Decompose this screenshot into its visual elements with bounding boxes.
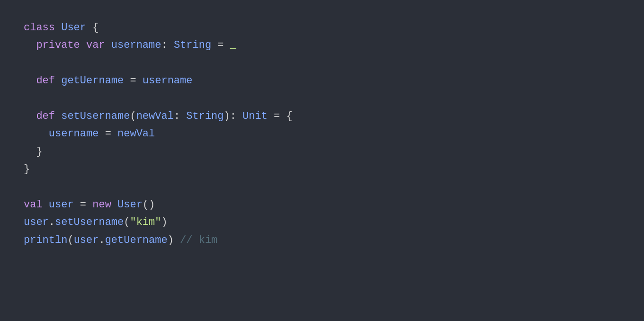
token: getUername (105, 234, 168, 246)
token: = (98, 128, 117, 140)
token: = (211, 39, 230, 51)
token: ): (224, 110, 243, 122)
token: ( (124, 216, 130, 228)
token (24, 128, 49, 140)
token: println (24, 234, 67, 246)
line8: val user = new User() (24, 196, 620, 214)
token: val (24, 199, 43, 211)
token: new (92, 199, 111, 211)
token (55, 75, 61, 87)
token: Unit (242, 110, 268, 122)
token (80, 39, 86, 51)
token (105, 39, 111, 51)
line10: println(user.getUername) // kim (24, 232, 620, 249)
token: User (117, 199, 143, 211)
token: User (61, 22, 86, 34)
line5: username = newVal (24, 125, 620, 143)
token: user (49, 199, 74, 211)
token (24, 75, 36, 87)
token: = { (268, 110, 293, 122)
line3: def getUername = username (24, 72, 620, 89)
line7: } (24, 160, 620, 178)
token: = (74, 199, 93, 211)
token: ( (67, 234, 73, 246)
token: setUsername (55, 216, 124, 228)
empty-line (24, 178, 620, 196)
token: } (24, 163, 30, 175)
token: user (24, 216, 49, 228)
token: ) (168, 234, 180, 246)
line9: user.setUsername("kim") (24, 214, 620, 231)
token: () (143, 199, 155, 211)
token: def (36, 75, 55, 87)
token (111, 199, 117, 211)
token (24, 39, 36, 51)
token: ) (161, 216, 167, 228)
code-content: class User { private var username: Strin… (24, 19, 620, 249)
token (55, 22, 61, 34)
token: . (49, 216, 55, 228)
token: username (143, 75, 193, 87)
token: } (24, 146, 43, 158)
token: String (174, 39, 211, 51)
token: . (98, 234, 105, 246)
token: setUsername (61, 110, 130, 122)
token: = (124, 75, 143, 87)
token (55, 110, 61, 122)
empty-line (24, 90, 620, 107)
line6: } (24, 143, 620, 160)
token: ( (130, 110, 136, 122)
token: var (86, 39, 105, 51)
token: { (86, 22, 98, 34)
token: newVal (117, 128, 155, 140)
empty-line (24, 54, 620, 72)
token: newVal (136, 110, 174, 122)
token: String (186, 110, 224, 122)
token: "kim" (130, 216, 161, 228)
token: getUername (61, 75, 124, 87)
token: user (74, 234, 99, 246)
token: username (49, 128, 99, 140)
token: private (36, 39, 80, 51)
token: _ (230, 39, 236, 51)
line1: class User { (24, 19, 620, 36)
token: username (111, 39, 161, 51)
token: def (36, 110, 55, 122)
line2: private var username: String = _ (24, 36, 620, 54)
line4: def setUsername(newVal: String): Unit = … (24, 107, 620, 125)
token: : (174, 110, 186, 122)
token: : (161, 39, 173, 51)
code-editor: class User { private var username: Strin… (0, 0, 644, 321)
token (43, 199, 49, 211)
token (24, 110, 36, 122)
token: // kim (180, 234, 217, 246)
token: class (24, 22, 55, 34)
